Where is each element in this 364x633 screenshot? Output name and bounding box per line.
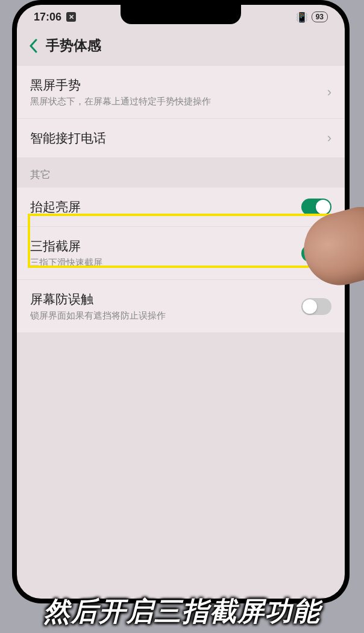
section-label-other: 其它 bbox=[17, 158, 345, 188]
settings-list: 黑屏手势 黑屏状态下，在屏幕上通过特定手势快捷操作 › 智能接打电话 › 其它 … bbox=[17, 66, 345, 574]
vibrate-icon: 📳 bbox=[296, 11, 308, 23]
back-button[interactable] bbox=[29, 39, 37, 53]
item-subtitle: 三指下滑快速截屏 bbox=[30, 257, 301, 269]
item-three-finger-screenshot[interactable]: 三指截屏 三指下滑快速截屏 bbox=[17, 227, 345, 280]
item-title: 黑屏手势 bbox=[30, 77, 327, 94]
phone-frame: 17:06 ✕ 📳 93 手势体感 黑屏手势 黑屏状态下，在屏幕上通过特定手势快… bbox=[12, 0, 350, 603]
toggle-raise-to-wake[interactable] bbox=[301, 199, 331, 215]
item-raise-to-wake[interactable]: 抬起亮屏 bbox=[17, 188, 345, 227]
item-title: 屏幕防误触 bbox=[30, 291, 301, 308]
item-title: 三指截屏 bbox=[30, 238, 301, 255]
close-icon: ✕ bbox=[66, 12, 76, 22]
toggle-anti-mistouch[interactable] bbox=[301, 298, 331, 315]
item-subtitle: 锁屏界面如果有遮挡将防止误操作 bbox=[30, 310, 301, 322]
video-caption: 然后开启三指截屏功能 bbox=[0, 594, 364, 629]
toggle-knob bbox=[303, 299, 317, 314]
item-title: 抬起亮屏 bbox=[30, 199, 301, 215]
item-subtitle: 黑屏状态下，在屏幕上通过特定手势快捷操作 bbox=[30, 96, 327, 107]
notch bbox=[121, 5, 241, 24]
page-header: 手势体感 bbox=[17, 29, 345, 66]
chevron-right-icon: › bbox=[327, 84, 331, 100]
chevron-left-icon bbox=[29, 39, 37, 53]
item-title: 智能接打电话 bbox=[30, 130, 327, 147]
toggle-knob bbox=[316, 200, 330, 214]
item-anti-mistouch[interactable]: 屏幕防误触 锁屏界面如果有遮挡将防止误操作 bbox=[17, 280, 345, 333]
phone-screen: 17:06 ✕ 📳 93 手势体感 黑屏手势 黑屏状态下，在屏幕上通过特定手势快… bbox=[17, 5, 345, 599]
empty-area bbox=[17, 333, 345, 574]
chevron-right-icon: › bbox=[327, 130, 331, 146]
page-title: 手势体感 bbox=[46, 36, 101, 55]
item-black-screen-gesture[interactable]: 黑屏手势 黑屏状态下，在屏幕上通过特定手势快捷操作 › bbox=[17, 66, 345, 119]
item-smart-call[interactable]: 智能接打电话 › bbox=[17, 119, 345, 158]
status-time: 17:06 bbox=[34, 11, 61, 24]
battery-indicator: 93 bbox=[312, 11, 328, 22]
